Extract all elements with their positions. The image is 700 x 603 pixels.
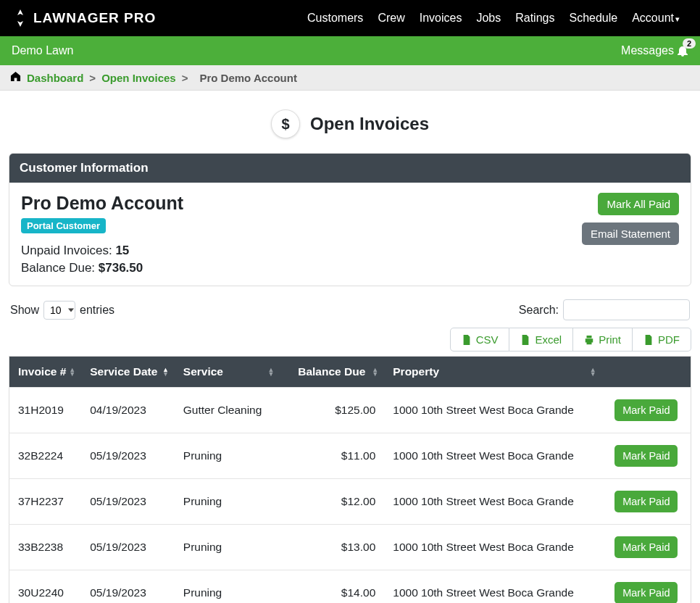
export-print-button[interactable]: Print bbox=[573, 328, 633, 352]
cell: 05/19/2023 bbox=[81, 479, 175, 525]
cell-actions: Mark Paid bbox=[602, 388, 691, 433]
nav-customers[interactable]: Customers bbox=[300, 12, 370, 25]
cell: Pruning bbox=[175, 525, 280, 570]
messages-button[interactable]: Messages 2 bbox=[621, 44, 688, 57]
table-row: 31H201904/19/2023Gutter Cleaning$125.001… bbox=[9, 388, 691, 433]
breadcrumb: Dashboard>Open Invoices> Pro Demo Accoun… bbox=[0, 65, 700, 91]
breadcrumb-link[interactable]: Open Invoices bbox=[101, 72, 176, 84]
cell: 1000 10th Street West Boca Grande bbox=[384, 570, 601, 604]
cell: $11.00 bbox=[280, 433, 384, 479]
cell: 04/19/2023 bbox=[81, 388, 175, 433]
breadcrumb-current: Pro Demo Account bbox=[199, 72, 296, 84]
cell: 1000 10th Street West Boca Grande bbox=[384, 525, 601, 570]
export-excel-button[interactable]: Excel bbox=[509, 328, 573, 352]
mark-all-paid-button[interactable]: Mark All Paid bbox=[598, 193, 679, 215]
mark-paid-button[interactable]: Mark Paid bbox=[614, 399, 678, 421]
col-header[interactable]: Service Date▲▼ bbox=[81, 357, 175, 388]
cell: Gutter Cleaning bbox=[175, 388, 280, 433]
file-icon bbox=[462, 335, 472, 345]
cell: 05/19/2023 bbox=[81, 525, 175, 570]
search-label: Search: bbox=[519, 304, 559, 317]
chevron-down-icon: ▾ bbox=[675, 14, 680, 23]
cell: 05/19/2023 bbox=[81, 433, 175, 479]
page-size-select[interactable]: 10 bbox=[43, 301, 75, 320]
nav-schedule[interactable]: Schedule bbox=[562, 12, 625, 25]
top-nav: LAWNAGER PRO CustomersCrewInvoicesJobsRa… bbox=[0, 0, 700, 36]
company-bar: Demo Lawn Messages 2 bbox=[0, 36, 700, 65]
home-icon[interactable] bbox=[10, 71, 21, 84]
cell: Pruning bbox=[175, 570, 280, 604]
breadcrumb-separator: > bbox=[182, 72, 188, 84]
cell: $14.00 bbox=[280, 570, 384, 604]
nav-jobs[interactable]: Jobs bbox=[469, 12, 508, 25]
col-header[interactable]: Service▲▼ bbox=[175, 357, 280, 388]
breadcrumb-separator: > bbox=[89, 72, 96, 84]
export-buttons: CSV Excel Print PDF bbox=[9, 328, 691, 352]
nav-crew[interactable]: Crew bbox=[370, 12, 412, 25]
sort-desc-icon: ▼ bbox=[267, 372, 274, 376]
invoices-table: Invoice #▲▼Service Date▲▼Service▲▼Balanc… bbox=[9, 356, 691, 603]
cell: 32B2224 bbox=[9, 433, 82, 479]
mark-paid-button[interactable]: Mark Paid bbox=[614, 536, 678, 558]
cell: $125.00 bbox=[280, 388, 384, 433]
mark-paid-button[interactable]: Mark Paid bbox=[614, 445, 678, 467]
cell-actions: Mark Paid bbox=[602, 479, 691, 525]
entries-label: entries bbox=[80, 304, 114, 317]
cell: Pruning bbox=[175, 433, 280, 479]
brand-text: LAWNAGER PRO bbox=[33, 10, 156, 26]
file-icon bbox=[520, 335, 530, 345]
export-csv-button[interactable]: CSV bbox=[450, 328, 510, 352]
file-icon bbox=[643, 335, 654, 345]
unpaid-label: Unpaid Invoices: bbox=[21, 244, 115, 257]
table-row: 30U224005/19/2023Pruning$14.001000 10th … bbox=[9, 570, 691, 604]
table-controls: Show 10 entries Search: bbox=[9, 296, 691, 328]
cell: 1000 10th Street West Boca Grande bbox=[384, 433, 601, 479]
export-csv-label: CSV bbox=[476, 333, 499, 346]
cell-actions: Mark Paid bbox=[602, 570, 691, 604]
nav-invoices[interactable]: Invoices bbox=[412, 12, 470, 25]
card-header: Customer Information bbox=[9, 154, 691, 183]
sort-desc-icon: ▼ bbox=[372, 372, 378, 376]
cell: 1000 10th Street West Boca Grande bbox=[384, 479, 601, 525]
unpaid-invoices-line: Unpaid Invoices: 15 bbox=[21, 244, 183, 258]
mark-paid-button[interactable]: Mark Paid bbox=[614, 491, 678, 512]
balance-label: Balance Due: bbox=[21, 261, 99, 275]
sort-desc-icon: ▼ bbox=[162, 372, 169, 376]
unpaid-value: 15 bbox=[115, 244, 129, 257]
cell-actions: Mark Paid bbox=[602, 433, 691, 479]
table-row: 37H223705/19/2023Pruning$12.001000 10th … bbox=[9, 479, 691, 525]
search-input[interactable] bbox=[563, 299, 690, 320]
dollar-icon: $ bbox=[271, 109, 300, 138]
table-row: 33B223805/19/2023Pruning$13.001000 10th … bbox=[9, 525, 691, 570]
mark-paid-button[interactable]: Mark Paid bbox=[614, 582, 678, 603]
cell: 37H2237 bbox=[9, 479, 82, 525]
cell: $12.00 bbox=[280, 479, 384, 525]
nav-ratings[interactable]: Ratings bbox=[508, 12, 562, 25]
export-pdf-button[interactable]: PDF bbox=[633, 328, 691, 352]
printer-icon bbox=[584, 335, 594, 345]
export-pdf-label: PDF bbox=[658, 333, 680, 346]
table-row: 32B222405/19/2023Pruning$11.001000 10th … bbox=[9, 433, 691, 479]
export-excel-label: Excel bbox=[535, 333, 562, 346]
page-title-text: Open Invoices bbox=[310, 114, 429, 134]
email-statement-button[interactable]: Email Statement bbox=[582, 223, 679, 245]
brand-logo-icon bbox=[13, 9, 28, 27]
cell: Pruning bbox=[175, 479, 280, 525]
cell: 1000 10th Street West Boca Grande bbox=[384, 388, 601, 433]
export-print-label: Print bbox=[599, 333, 621, 346]
col-header[interactable]: Invoice #▲▼ bbox=[9, 357, 82, 388]
sort-desc-icon: ▼ bbox=[590, 372, 596, 376]
col-header bbox=[602, 357, 691, 388]
customer-card: Customer Information Pro Demo Account Po… bbox=[9, 153, 691, 286]
brand[interactable]: LAWNAGER PRO bbox=[13, 9, 156, 27]
balance-due-line: Balance Due: $736.50 bbox=[21, 261, 183, 275]
messages-label: Messages bbox=[621, 44, 674, 57]
col-header[interactable]: Property▲▼ bbox=[384, 357, 601, 388]
breadcrumb-link[interactable]: Dashboard bbox=[27, 72, 83, 84]
cell: 30U2240 bbox=[9, 570, 82, 604]
nav-account[interactable]: Account▾ bbox=[625, 12, 687, 25]
sort-desc-icon: ▼ bbox=[69, 372, 75, 376]
page-title: $ Open Invoices bbox=[9, 109, 691, 138]
col-header[interactable]: Balance Due▲▼ bbox=[280, 357, 384, 388]
show-label: Show bbox=[10, 304, 39, 317]
